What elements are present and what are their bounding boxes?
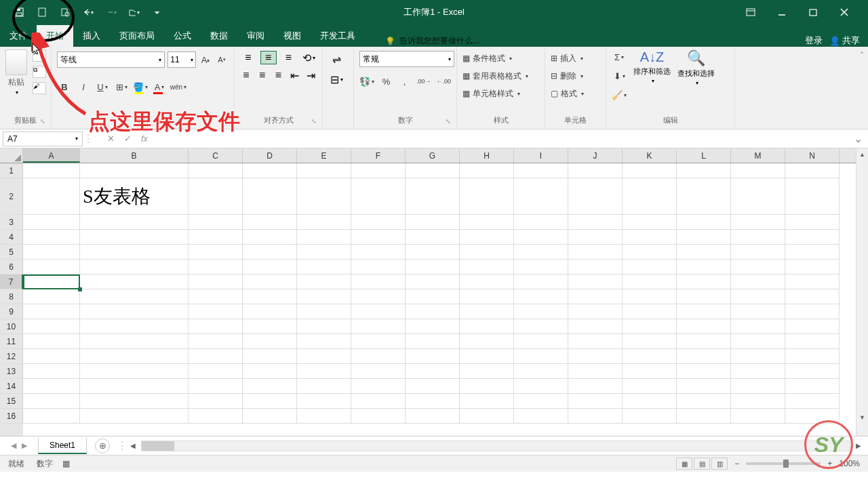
tell-me-box[interactable]: 💡 告诉我您想要做什么... xyxy=(385,35,479,47)
cell[interactable] xyxy=(243,349,297,364)
cell[interactable] xyxy=(623,394,677,409)
cell[interactable] xyxy=(731,274,785,289)
cell[interactable] xyxy=(189,319,243,334)
cell[interactable] xyxy=(23,230,80,245)
ribbon-options-icon[interactable] xyxy=(746,7,755,17)
cell[interactable] xyxy=(297,304,351,319)
formula-input[interactable] xyxy=(152,131,850,146)
cell[interactable] xyxy=(243,274,297,289)
cell[interactable] xyxy=(568,349,623,364)
dialog-launcher-icon[interactable]: ⤡ xyxy=(311,118,319,126)
save-icon[interactable] xyxy=(14,7,24,18)
cell[interactable] xyxy=(460,349,514,364)
column-header[interactable]: N xyxy=(785,148,840,163)
number-format-combo[interactable]: 常规▾ xyxy=(359,51,454,67)
row-header[interactable]: 11 xyxy=(0,334,23,349)
undo-icon[interactable]: ▾ xyxy=(83,7,94,18)
cell[interactable] xyxy=(731,215,785,230)
cell[interactable] xyxy=(568,163,623,178)
align-middle-button[interactable]: ≡ xyxy=(260,51,277,64)
cell[interactable] xyxy=(189,230,243,245)
select-all-corner[interactable] xyxy=(0,148,23,163)
find-select-button[interactable]: 🔍 查找和选择▾ xyxy=(677,49,715,102)
cell[interactable] xyxy=(514,304,568,319)
cell[interactable] xyxy=(677,274,731,289)
cell[interactable] xyxy=(351,394,406,409)
cell[interactable] xyxy=(297,319,351,334)
cell[interactable] xyxy=(677,260,731,274)
new-file-icon[interactable] xyxy=(37,7,47,18)
column-header[interactable]: E xyxy=(297,148,351,163)
cell[interactable] xyxy=(731,364,785,379)
cell[interactable] xyxy=(80,304,189,319)
row-header[interactable]: 8 xyxy=(0,289,23,304)
cell[interactable] xyxy=(351,349,406,364)
scroll-thumb[interactable] xyxy=(142,441,174,451)
cell[interactable] xyxy=(297,178,351,215)
tab-formula[interactable]: 公式 xyxy=(164,25,201,47)
cell[interactable] xyxy=(731,319,785,334)
vertical-scrollbar[interactable]: ▲ ▼ xyxy=(856,148,868,436)
cell[interactable] xyxy=(80,319,189,334)
name-box[interactable]: A7▾ xyxy=(3,131,83,146)
row-header[interactable]: 2 xyxy=(0,178,23,215)
cell[interactable] xyxy=(406,394,460,409)
column-header[interactable]: H xyxy=(460,148,514,163)
cell[interactable] xyxy=(23,394,80,409)
cell[interactable] xyxy=(23,289,80,304)
cell[interactable] xyxy=(189,394,243,409)
add-sheet-button[interactable]: ⊕ xyxy=(95,439,110,453)
cell[interactable] xyxy=(351,274,406,289)
tab-data[interactable]: 数据 xyxy=(201,25,237,47)
row-header[interactable]: 7 xyxy=(0,274,23,289)
align-left-button[interactable]: ≡ xyxy=(240,68,252,82)
cell[interactable] xyxy=(514,364,568,379)
minimize-icon[interactable] xyxy=(777,7,787,17)
cell[interactable] xyxy=(351,215,406,230)
page-layout-button[interactable]: ▤ xyxy=(694,458,710,470)
cell[interactable] xyxy=(514,260,568,274)
cell[interactable] xyxy=(243,319,297,334)
orientation-button[interactable]: ⟲▾ xyxy=(300,51,317,64)
cell[interactable] xyxy=(297,394,351,409)
cell[interactable] xyxy=(406,304,460,319)
cell[interactable] xyxy=(731,304,785,319)
row-header[interactable]: 6 xyxy=(0,260,23,274)
cell[interactable] xyxy=(23,319,80,334)
cell[interactable] xyxy=(23,304,80,319)
cell[interactable] xyxy=(243,215,297,230)
cell[interactable] xyxy=(731,334,785,349)
align-right-button[interactable]: ≡ xyxy=(273,68,285,82)
fill-handle[interactable] xyxy=(78,287,82,291)
border-button[interactable]: ⊞▾ xyxy=(114,79,129,94)
cell[interactable] xyxy=(189,304,243,319)
cell[interactable] xyxy=(568,289,623,304)
cell[interactable] xyxy=(189,245,243,260)
cell[interactable] xyxy=(785,379,840,394)
cell[interactable] xyxy=(514,334,568,349)
cell[interactable] xyxy=(514,274,568,289)
cell[interactable] xyxy=(406,215,460,230)
column-header[interactable]: J xyxy=(568,148,623,163)
cell[interactable] xyxy=(623,274,677,289)
cell[interactable] xyxy=(80,364,189,379)
cell[interactable] xyxy=(406,163,460,178)
cell[interactable] xyxy=(189,215,243,230)
insert-cells-button[interactable]: ⊞插入▾ xyxy=(551,49,600,67)
cell[interactable] xyxy=(623,245,677,260)
cell[interactable] xyxy=(677,289,731,304)
cell[interactable] xyxy=(785,274,840,289)
cell[interactable] xyxy=(731,178,785,215)
column-header[interactable]: K xyxy=(623,148,677,163)
cell[interactable] xyxy=(623,230,677,245)
cell[interactable] xyxy=(23,274,80,289)
dialog-launcher-icon[interactable]: ⤡ xyxy=(446,118,454,126)
cell[interactable] xyxy=(460,304,514,319)
expand-formula-icon[interactable]: ⌄ xyxy=(854,132,868,145)
column-header[interactable]: L xyxy=(677,148,731,163)
cell[interactable] xyxy=(677,394,731,409)
decrease-font-button[interactable]: A▾ xyxy=(215,52,229,67)
cell[interactable] xyxy=(623,163,677,178)
cell[interactable] xyxy=(514,230,568,245)
cell[interactable] xyxy=(731,289,785,304)
